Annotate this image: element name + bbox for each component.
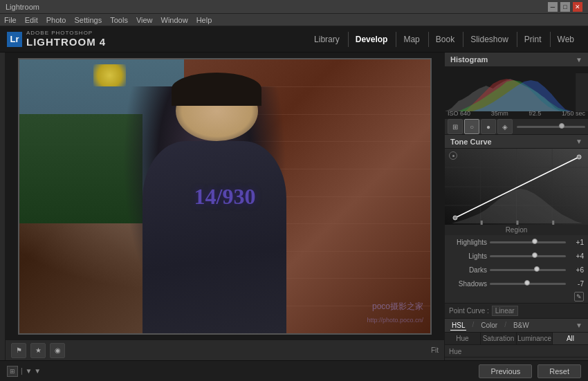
svg-point-11 [577, 155, 581, 159]
module-slideshow[interactable]: Slideshow [463, 32, 515, 47]
shadows-slider[interactable] [490, 283, 566, 285]
bottom-icon[interactable]: ⊞ [7, 366, 18, 377]
aperture-value: f/2.5 [529, 110, 542, 117]
bottom-toolbar: ⚑ ★ ◉ Fit [6, 340, 444, 360]
minimize-button[interactable]: ─ [548, 2, 558, 12]
hsl-sub-lum[interactable]: Luminance [517, 333, 553, 344]
histogram-section: Histogram ▼ [445, 53, 588, 119]
bottom-nav-yy: ▼ ▼ [26, 367, 42, 375]
highlights-value: +1 [569, 239, 584, 246]
hsl-section: HSL / Color / B&W ▼ Hue Saturation Lumin… [445, 319, 588, 360]
hsl-sub-hue[interactable]: Hue [445, 333, 481, 344]
menu-edit[interactable]: Edit [25, 16, 38, 24]
menu-settings[interactable]: Settings [74, 16, 102, 24]
menu-photo[interactable]: Photo [46, 16, 66, 24]
region-label: Region [445, 225, 588, 235]
right-panel: Histogram ▼ [444, 53, 588, 360]
close-button[interactable]: ✕ [573, 2, 582, 12]
menu-help[interactable]: Help [196, 16, 212, 24]
hsl-sub-tabs: Hue Saturation Luminance All [445, 333, 588, 345]
adobe-label: ADOBE PHOTOSHOP [26, 30, 106, 37]
reset-button[interactable]: Reset [538, 364, 581, 378]
menu-bar: File Edit Photo Settings Tools View Wind… [0, 14, 588, 26]
iso-value: ISO 640 [448, 110, 470, 117]
tone-curve-title: Tone Curve [450, 138, 492, 146]
darks-thumb [534, 266, 540, 272]
previous-button[interactable]: Previous [479, 364, 532, 378]
tools-row: ⊞ ○ ● ◈ [445, 119, 588, 135]
module-develop[interactable]: Develop [348, 32, 395, 47]
histogram-header[interactable]: Histogram ▼ [445, 53, 588, 66]
hsl-sub-sat[interactable]: Saturation [481, 333, 517, 344]
svg-rect-12 [481, 221, 483, 225]
darks-value: +6 [569, 266, 584, 274]
module-book[interactable]: Book [428, 32, 461, 47]
title-bar: Lightroom ─ □ ✕ [0, 0, 588, 14]
point-curve-label: Point Curve : [449, 307, 489, 315]
app-name: LIGHTROOM 4 [26, 36, 106, 48]
tone-curve-canvas [445, 149, 588, 225]
tool-redeye[interactable]: ● [481, 119, 496, 134]
top-nav: Lr ADOBE PHOTOSHOP LIGHTROOM 4 Library D… [0, 26, 588, 53]
window-title: Lightroom [6, 3, 39, 11]
histogram-arrow: ▼ [576, 56, 582, 64]
shutter-value: 1/50 sec [562, 110, 585, 117]
highlights-row: Highlights +1 [445, 235, 588, 249]
histogram-title: Histogram [450, 55, 488, 64]
menu-file[interactable]: File [4, 16, 17, 24]
darks-slider[interactable] [490, 269, 566, 271]
histogram-info: ISO 640 35mm f/2.5 1/50 sec [445, 110, 588, 117]
app-title: ADOBE PHOTOSHOP LIGHTROOM 4 [26, 30, 106, 49]
hsl-tab-hsl[interactable]: HSL [450, 321, 466, 331]
hsl-arrow: ▼ [576, 322, 582, 329]
bottom-nav: ⊞ | ▼ ▼ Previous Reset [0, 360, 588, 381]
module-map[interactable]: Map [396, 32, 426, 47]
tool-spot[interactable]: ○ [464, 119, 479, 134]
lights-label: Lights [449, 252, 487, 260]
photo-container: 14/930 poco摄影之家 http://photo.poco.cn/ [6, 53, 444, 340]
module-web[interactable]: Web [550, 32, 581, 47]
tool-crop[interactable]: ⊞ [448, 119, 463, 134]
shadows-label: Shadows [449, 280, 487, 288]
hsl-tab-color[interactable]: Color [479, 321, 499, 331]
tool-grad[interactable]: ◈ [497, 119, 513, 134]
maximize-button[interactable]: □ [560, 2, 570, 12]
hue-red-row: Red 0 [445, 357, 588, 360]
module-print[interactable]: Print [517, 32, 549, 47]
hsl-tab-bw[interactable]: B&W [512, 321, 531, 331]
tools-slider-thumb [559, 123, 564, 129]
hsl-sub-all[interactable]: All [553, 333, 588, 344]
svg-point-10 [453, 216, 457, 220]
nav-modules: Library Develop Map Book Slideshow Print… [307, 32, 581, 47]
menu-view[interactable]: View [136, 16, 153, 24]
point-curve-row: Point Curve : Linear [445, 303, 588, 318]
lr-badge: Lr [7, 32, 22, 47]
bottom-separator: | [21, 367, 23, 375]
menu-window[interactable]: Window [161, 16, 188, 24]
toolbar-color-btn[interactable]: ◉ [50, 343, 65, 358]
hsl-tabs: HSL / Color / B&W [450, 321, 531, 331]
shadows-thumb [524, 280, 530, 286]
module-library[interactable]: Library [307, 32, 347, 47]
menu-tools[interactable]: Tools [110, 16, 128, 24]
tone-curve-section: Tone Curve ▼ [445, 135, 588, 319]
tone-curve-arrow: ▼ [576, 138, 582, 145]
tone-curve-svg [445, 149, 588, 225]
lights-value: +4 [569, 252, 584, 260]
edit-point-btn[interactable]: ✎ [574, 292, 584, 301]
tone-curve-header[interactable]: Tone Curve ▼ [445, 135, 588, 149]
toolbar-flag-btn[interactable]: ⚑ [11, 343, 26, 358]
curve-target-icon[interactable] [449, 151, 457, 160]
watermark-url: http://photo.poco.cn/ [367, 317, 423, 324]
point-curve-value[interactable]: Linear [492, 306, 518, 316]
highlights-slider[interactable] [490, 241, 566, 243]
tools-slider[interactable] [517, 126, 585, 128]
main-area: 14/930 poco摄影之家 http://photo.poco.cn/ ⚑ … [0, 53, 588, 360]
toolbar-star-btn[interactable]: ★ [30, 343, 46, 358]
lights-row: Lights +4 [445, 249, 588, 263]
lights-slider[interactable] [490, 255, 566, 257]
lights-thumb [532, 252, 538, 258]
highlights-thumb [532, 239, 538, 244]
center-panel: 14/930 poco摄影之家 http://photo.poco.cn/ ⚑ … [6, 53, 444, 360]
bottom-buttons: Previous Reset [479, 364, 581, 378]
